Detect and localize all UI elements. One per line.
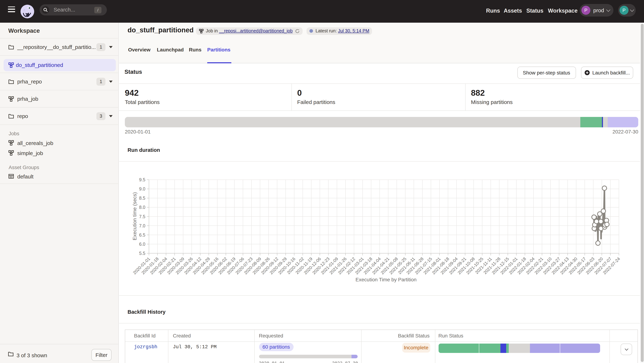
svg-text:7.5: 7.5	[139, 214, 145, 219]
svg-text:6.5: 6.5	[139, 232, 145, 238]
svg-text:Execution time (secs): Execution time (secs)	[132, 192, 138, 240]
svg-text:8.5: 8.5	[139, 196, 145, 200]
svg-text:5.5: 5.5	[139, 251, 145, 256]
svg-text:9.0: 9.0	[139, 186, 145, 192]
svg-text:9.5: 9.5	[139, 177, 145, 182]
svg-text:8.0: 8.0	[139, 205, 145, 210]
svg-text:6.0: 6.0	[139, 242, 145, 246]
svg-text:Execution Time by Partition: Execution Time by Partition	[356, 277, 416, 282]
svg-text:7.0: 7.0	[139, 223, 145, 228]
